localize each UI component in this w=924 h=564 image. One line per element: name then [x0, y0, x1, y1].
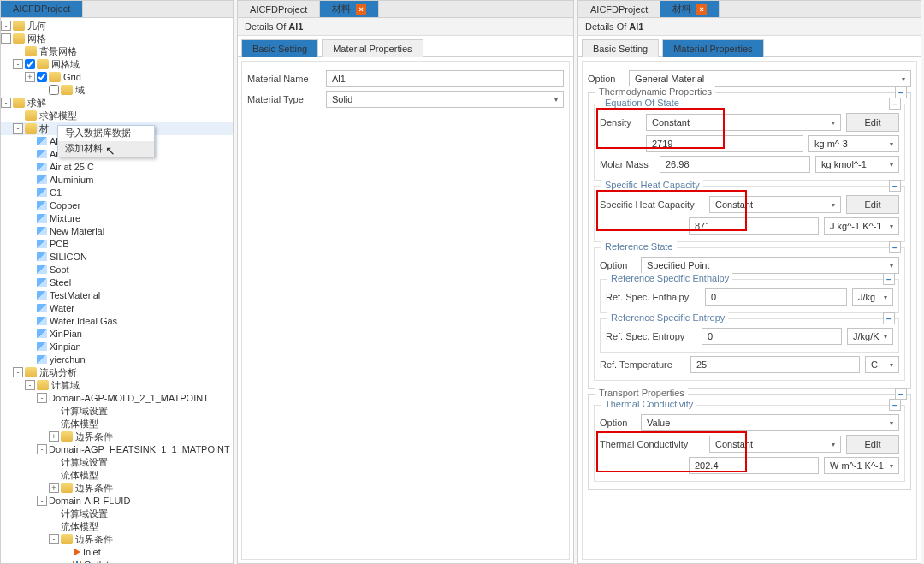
tab-material-mid[interactable]: 材料× [320, 1, 379, 17]
tree-toggle[interactable]: - [37, 496, 47, 506]
tree-checkbox[interactable] [49, 85, 59, 95]
tree-toggle[interactable]: - [1, 33, 11, 44]
collapse-button[interactable]: − [895, 388, 907, 400]
tree-checkbox[interactable] [25, 59, 35, 69]
edit-button[interactable]: Edit [846, 435, 899, 454]
tree-domain-child[interactable]: 流体模型 [1, 520, 233, 533]
tree-mesh[interactable]: -网格 [1, 33, 233, 45]
tree-material-item[interactable]: Water [1, 302, 233, 315]
tree-material-item[interactable]: Copper [1, 199, 233, 212]
collapse-button[interactable]: − [889, 399, 901, 411]
tree-domain-child[interactable]: 计算域设置 [1, 508, 233, 520]
material-type-select[interactable]: Solid▾ [326, 91, 564, 108]
tab-project-right[interactable]: AICFDProject [578, 1, 660, 17]
tree-domain-child[interactable]: 计算域设置 [1, 456, 233, 469]
tree-material-item[interactable]: SILICON [1, 251, 233, 264]
tree-boundary[interactable]: +边界条件 [1, 430, 233, 443]
molar-unit[interactable]: kg kmol^-1▾ [815, 156, 899, 173]
tab-material-right[interactable]: 材料× [660, 1, 720, 17]
tree-material-item[interactable]: PCB [1, 238, 233, 251]
collapse-button[interactable]: − [889, 98, 901, 110]
density-input[interactable] [646, 135, 803, 152]
tree-domain-item[interactable]: -Domain-AGP-MOLD_2_1_MATPOINT [1, 392, 233, 405]
tree-toggle[interactable]: - [1, 21, 11, 31]
ref-temp-input[interactable] [690, 356, 860, 373]
density-mode-select[interactable]: Constant▾ [646, 114, 841, 131]
tree-toggle[interactable]: - [37, 393, 47, 403]
tc-input[interactable] [689, 457, 819, 474]
collapse-button[interactable]: − [889, 180, 901, 192]
tree-geometry[interactable]: -几何 [1, 20, 233, 33]
tree-material-item[interactable]: yierchun [1, 353, 233, 366]
entropy-input[interactable] [702, 328, 842, 345]
tree-domain-child[interactable]: 流体模型 [1, 469, 233, 482]
tree-domain-item[interactable]: -Domain-AIR-FLUID [1, 495, 233, 508]
tree-domain-item[interactable]: -Domain-AGP_HEATSINK_1_1_MATPOINT [1, 443, 233, 456]
shc-unit[interactable]: J kg^-1 K^-1▾ [824, 217, 899, 235]
collapse-button[interactable]: − [883, 312, 895, 324]
tab-project-mid[interactable]: AICFDProject [238, 1, 320, 17]
tree-material-item[interactable]: TestMaterial [1, 289, 233, 302]
density-unit[interactable]: kg m^-3▾ [808, 135, 899, 152]
tree-outlet[interactable]: Outlet [1, 559, 233, 563]
tree-calc-domain[interactable]: -计算域 [1, 379, 233, 392]
option-select[interactable]: General Material▾ [629, 70, 911, 87]
tree-toggle[interactable]: - [25, 380, 35, 390]
tree-toggle[interactable]: + [49, 483, 59, 493]
tree-material-item[interactable]: Water Ideal Gas [1, 315, 233, 328]
subtab-properties[interactable]: Material Properties [322, 39, 423, 57]
tree-grid[interactable]: +Grid [1, 71, 233, 84]
tree-material-item[interactable]: Steel [1, 276, 233, 289]
collapse-button[interactable]: − [883, 273, 895, 285]
tree-domain-child[interactable]: 流体模型 [1, 418, 233, 430]
tc-unit[interactable]: W m^-1 K^-1▾ [824, 457, 899, 474]
tree-toggle[interactable]: - [13, 59, 23, 69]
tree-toggle[interactable]: + [25, 72, 35, 82]
subtab-properties[interactable]: Material Properties [662, 39, 763, 57]
tree-domain[interactable]: 域 [1, 84, 233, 97]
tc-mode-select[interactable]: Constant▾ [709, 436, 841, 453]
tree-boundary[interactable]: -边界条件 [1, 533, 233, 546]
edit-button[interactable]: Edit [846, 113, 899, 132]
close-icon[interactable]: × [356, 4, 366, 15]
tree-domain-child[interactable]: 计算域设置 [1, 405, 233, 418]
material-name-input[interactable] [326, 70, 564, 87]
subtab-basic[interactable]: Basic Setting [582, 39, 659, 57]
tree-meshdomain[interactable]: -网格域 [1, 58, 233, 71]
tab-project-left[interactable]: AICFDProject [1, 1, 83, 17]
ctx-import-db[interactable]: 导入数据库数据 [58, 126, 154, 141]
enthalpy-input[interactable] [705, 288, 847, 306]
collapse-button[interactable]: − [889, 241, 901, 253]
refstate-option-select[interactable]: Specified Point▾ [641, 257, 899, 274]
entropy-unit[interactable]: J/kg/K▾ [847, 328, 893, 345]
shc-input[interactable] [689, 217, 819, 235]
tree-solve-model[interactable]: 求解模型 [1, 110, 233, 122]
tree-material-item[interactable]: XinPian [1, 328, 233, 341]
tree-boundary[interactable]: +边界条件 [1, 482, 233, 495]
tree-checkbox[interactable] [37, 72, 47, 82]
tree-material-item[interactable]: C1 [1, 187, 233, 199]
close-icon[interactable]: × [696, 4, 707, 15]
project-tree[interactable]: -几何-网格背景网格-网格域+Grid域-求解求解模型-材Al1Air Idea… [1, 18, 233, 563]
tree-toggle[interactable]: - [13, 123, 23, 134]
molar-input[interactable] [660, 156, 810, 173]
tree-toggle[interactable]: - [49, 534, 59, 544]
enthalpy-unit[interactable]: J/kg▾ [852, 288, 893, 306]
tree-toggle[interactable]: - [1, 98, 11, 108]
tree-toggle[interactable]: - [13, 367, 23, 377]
tree-material-item[interactable]: Soot [1, 264, 233, 276]
tree-bgmesh[interactable]: 背景网格 [1, 45, 233, 58]
edit-button[interactable]: Edit [846, 195, 899, 214]
tree-toggle[interactable]: + [49, 431, 59, 442]
tree-flow[interactable]: -流动分析 [1, 366, 233, 379]
tree-solve[interactable]: -求解 [1, 97, 233, 110]
tree-material-item[interactable]: New Material [1, 225, 233, 238]
tc-option-select[interactable]: Value▾ [641, 414, 899, 431]
tree-material-item[interactable]: Mixture [1, 212, 233, 225]
subtab-basic[interactable]: Basic Setting [241, 39, 318, 57]
shc-mode-select[interactable]: Constant▾ [709, 196, 841, 213]
tree-toggle[interactable]: - [37, 444, 47, 454]
tree-material-item[interactable]: Xinpian [1, 341, 233, 353]
tree-material-item[interactable]: Air at 25 C [1, 161, 233, 174]
tree-inlet[interactable]: Inlet [1, 546, 233, 559]
